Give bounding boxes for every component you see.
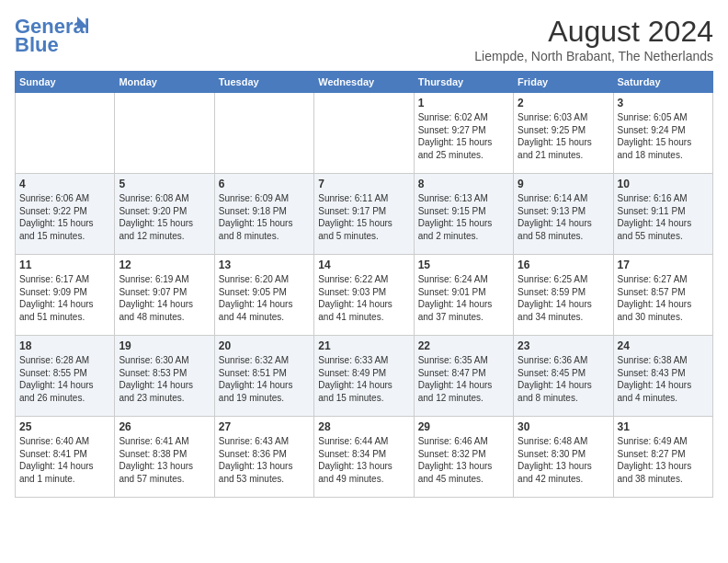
day-info: Sunrise: 6:46 AM Sunset: 8:32 PM Dayligh… [418, 435, 509, 485]
calendar-cell: 29Sunrise: 6:46 AM Sunset: 8:32 PM Dayli… [414, 417, 513, 498]
calendar-cell: 26Sunrise: 6:41 AM Sunset: 8:38 PM Dayli… [115, 417, 214, 498]
weekday-header-friday: Friday [514, 72, 613, 93]
day-info: Sunrise: 6:17 AM Sunset: 9:09 PM Dayligh… [19, 273, 110, 323]
calendar-week-row: 18Sunrise: 6:28 AM Sunset: 8:55 PM Dayli… [16, 336, 713, 417]
calendar-cell: 15Sunrise: 6:24 AM Sunset: 9:01 PM Dayli… [414, 255, 513, 336]
main-title: August 2024 [474, 15, 713, 49]
calendar-cell: 12Sunrise: 6:19 AM Sunset: 9:07 PM Dayli… [115, 255, 214, 336]
day-number: 15 [418, 259, 509, 271]
calendar-cell: 21Sunrise: 6:33 AM Sunset: 8:49 PM Dayli… [314, 336, 414, 417]
calendar-cell: 10Sunrise: 6:16 AM Sunset: 9:11 PM Dayli… [613, 174, 712, 255]
calendar-cell: 16Sunrise: 6:25 AM Sunset: 8:59 PM Dayli… [514, 255, 613, 336]
day-number: 7 [318, 178, 409, 190]
day-number: 10 [618, 178, 709, 190]
calendar-cell: 27Sunrise: 6:43 AM Sunset: 8:36 PM Dayli… [214, 417, 313, 498]
day-info: Sunrise: 6:06 AM Sunset: 9:22 PM Dayligh… [19, 192, 110, 242]
calendar-cell: 17Sunrise: 6:27 AM Sunset: 8:57 PM Dayli… [613, 255, 712, 336]
day-number: 16 [518, 259, 609, 271]
day-info: Sunrise: 6:05 AM Sunset: 9:24 PM Dayligh… [618, 111, 709, 161]
calendar-cell: 1Sunrise: 6:02 AM Sunset: 9:27 PM Daylig… [414, 93, 513, 174]
weekday-header-row: SundayMondayTuesdayWednesdayThursdayFrid… [16, 72, 713, 93]
day-info: Sunrise: 6:38 AM Sunset: 8:43 PM Dayligh… [618, 354, 709, 404]
day-info: Sunrise: 6:16 AM Sunset: 9:11 PM Dayligh… [618, 192, 709, 242]
day-info: Sunrise: 6:03 AM Sunset: 9:25 PM Dayligh… [518, 111, 609, 161]
calendar-cell: 25Sunrise: 6:40 AM Sunset: 8:41 PM Dayli… [16, 417, 115, 498]
calendar-cell [314, 93, 414, 174]
day-number: 25 [19, 420, 110, 433]
calendar-week-row: 4Sunrise: 6:06 AM Sunset: 9:22 PM Daylig… [16, 174, 713, 255]
day-number: 17 [618, 259, 709, 271]
day-info: Sunrise: 6:41 AM Sunset: 8:38 PM Dayligh… [119, 435, 210, 485]
calendar-cell: 13Sunrise: 6:20 AM Sunset: 9:05 PM Dayli… [214, 255, 313, 336]
calendar-cell: 9Sunrise: 6:14 AM Sunset: 9:13 PM Daylig… [514, 174, 613, 255]
day-number: 24 [618, 339, 709, 352]
day-number: 18 [19, 339, 110, 352]
day-number: 27 [219, 420, 310, 433]
day-info: Sunrise: 6:20 AM Sunset: 9:05 PM Dayligh… [219, 273, 310, 323]
calendar-cell: 14Sunrise: 6:22 AM Sunset: 9:03 PM Dayli… [314, 255, 414, 336]
day-info: Sunrise: 6:14 AM Sunset: 9:13 PM Dayligh… [518, 192, 609, 242]
header-area: GeneralBlue August 2024 Liempde, North B… [15, 15, 713, 63]
day-info: Sunrise: 6:44 AM Sunset: 8:34 PM Dayligh… [318, 435, 409, 485]
day-number: 29 [418, 420, 509, 433]
weekday-header-tuesday: Tuesday [214, 72, 313, 93]
day-info: Sunrise: 6:27 AM Sunset: 8:57 PM Dayligh… [618, 273, 709, 323]
day-number: 26 [119, 420, 210, 433]
day-number: 12 [119, 259, 210, 271]
day-number: 20 [219, 339, 310, 352]
day-number: 11 [19, 259, 110, 271]
day-info: Sunrise: 6:09 AM Sunset: 9:18 PM Dayligh… [219, 192, 310, 242]
day-info: Sunrise: 6:08 AM Sunset: 9:20 PM Dayligh… [119, 192, 210, 242]
calendar-cell [214, 93, 313, 174]
day-number: 4 [19, 178, 110, 190]
logo: GeneralBlue [15, 15, 88, 55]
calendar-week-row: 11Sunrise: 6:17 AM Sunset: 9:09 PM Dayli… [16, 255, 713, 336]
calendar-cell [16, 93, 115, 174]
calendar-cell: 2Sunrise: 6:03 AM Sunset: 9:25 PM Daylig… [514, 93, 613, 174]
weekday-header-sunday: Sunday [16, 72, 115, 93]
weekday-header-monday: Monday [115, 72, 214, 93]
day-info: Sunrise: 6:02 AM Sunset: 9:27 PM Dayligh… [418, 111, 509, 161]
day-number: 2 [518, 97, 609, 109]
day-number: 3 [618, 97, 709, 109]
day-number: 21 [318, 339, 409, 352]
day-number: 31 [618, 420, 709, 433]
weekday-header-wednesday: Wednesday [314, 72, 414, 93]
day-number: 23 [518, 339, 609, 352]
day-info: Sunrise: 6:30 AM Sunset: 8:53 PM Dayligh… [119, 354, 210, 404]
day-info: Sunrise: 6:32 AM Sunset: 8:51 PM Dayligh… [219, 354, 310, 404]
day-number: 8 [418, 178, 509, 190]
calendar-table: SundayMondayTuesdayWednesdayThursdayFrid… [15, 71, 713, 498]
day-info: Sunrise: 6:19 AM Sunset: 9:07 PM Dayligh… [119, 273, 210, 323]
day-info: Sunrise: 6:28 AM Sunset: 8:55 PM Dayligh… [19, 354, 110, 404]
calendar-cell: 30Sunrise: 6:48 AM Sunset: 8:30 PM Dayli… [514, 417, 613, 498]
calendar-cell: 19Sunrise: 6:30 AM Sunset: 8:53 PM Dayli… [115, 336, 214, 417]
day-number: 14 [318, 259, 409, 271]
calendar-cell: 28Sunrise: 6:44 AM Sunset: 8:34 PM Dayli… [314, 417, 414, 498]
day-number: 28 [318, 420, 409, 433]
calendar-week-row: 25Sunrise: 6:40 AM Sunset: 8:41 PM Dayli… [16, 417, 713, 498]
calendar-cell: 23Sunrise: 6:36 AM Sunset: 8:45 PM Dayli… [514, 336, 613, 417]
day-info: Sunrise: 6:40 AM Sunset: 8:41 PM Dayligh… [19, 435, 110, 485]
subtitle: Liempde, North Brabant, The Netherlands [474, 49, 713, 63]
title-area: August 2024 Liempde, North Brabant, The … [474, 15, 713, 63]
calendar-cell: 3Sunrise: 6:05 AM Sunset: 9:24 PM Daylig… [613, 93, 712, 174]
weekday-header-thursday: Thursday [414, 72, 513, 93]
day-number: 30 [518, 420, 609, 433]
calendar-cell: 6Sunrise: 6:09 AM Sunset: 9:18 PM Daylig… [214, 174, 313, 255]
calendar-cell: 18Sunrise: 6:28 AM Sunset: 8:55 PM Dayli… [16, 336, 115, 417]
day-info: Sunrise: 6:48 AM Sunset: 8:30 PM Dayligh… [518, 435, 609, 485]
calendar-cell: 24Sunrise: 6:38 AM Sunset: 8:43 PM Dayli… [613, 336, 712, 417]
day-info: Sunrise: 6:22 AM Sunset: 9:03 PM Dayligh… [318, 273, 409, 323]
logo-icon: GeneralBlue [15, 15, 88, 55]
calendar-cell: 7Sunrise: 6:11 AM Sunset: 9:17 PM Daylig… [314, 174, 414, 255]
day-info: Sunrise: 6:35 AM Sunset: 8:47 PM Dayligh… [418, 354, 509, 404]
day-number: 19 [119, 339, 210, 352]
day-info: Sunrise: 6:43 AM Sunset: 8:36 PM Dayligh… [219, 435, 310, 485]
day-number: 9 [518, 178, 609, 190]
day-info: Sunrise: 6:33 AM Sunset: 8:49 PM Dayligh… [318, 354, 409, 404]
calendar-cell: 11Sunrise: 6:17 AM Sunset: 9:09 PM Dayli… [16, 255, 115, 336]
day-number: 22 [418, 339, 509, 352]
day-number: 6 [219, 178, 310, 190]
day-info: Sunrise: 6:11 AM Sunset: 9:17 PM Dayligh… [318, 192, 409, 242]
